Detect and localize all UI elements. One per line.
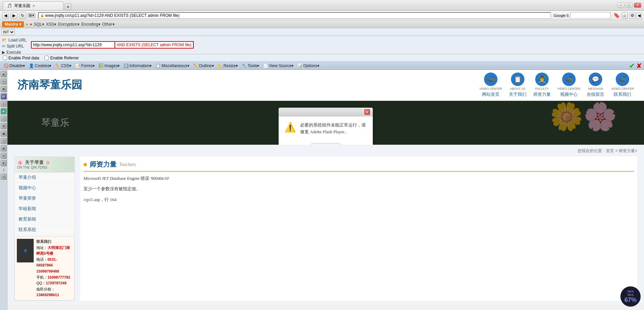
sidebar-icon-9[interactable]: ◉ <box>1 131 7 137</box>
addon-btn2[interactable]: ◀ <box>636 12 642 19</box>
dialog-close-btn[interactable]: ✕ <box>364 109 370 115</box>
sidebar-icon-6[interactable]: ● <box>1 108 7 114</box>
outline-icon: ✏️ <box>193 63 198 68</box>
enable-post-label[interactable]: Enable Post data <box>3 56 39 60</box>
sidebar-nav-edu-news[interactable]: 教育新闻 <box>14 214 74 225</box>
webdev-disable[interactable]: 🚫 Disable▾ <box>2 63 27 69</box>
sidebar-icon-12[interactable]: ✏ <box>1 153 7 159</box>
view-source-icon: 📄 <box>263 63 268 68</box>
tools-icon: 🔧 <box>242 63 247 68</box>
forward-btn[interactable]: ▶ <box>10 12 18 19</box>
mantra-other[interactable]: Other▾ <box>102 22 115 27</box>
reload-btn[interactable]: ↻ <box>19 12 26 19</box>
webdev-tools[interactable]: 🔧 Tools▾ <box>240 63 261 69</box>
sidebar-nav-contact[interactable]: 联系系统 <box>14 225 74 235</box>
sidebar-title: 关于琴童 <box>25 160 44 166</box>
nav-message-icon: 💬 <box>589 73 602 86</box>
close-btn[interactable]: ✕ <box>634 3 641 8</box>
sidebar-nav-intro[interactable]: 琴童介绍 <box>14 172 74 183</box>
webdev-resize[interactable]: 📐 Resize▾ <box>216 63 240 69</box>
tab-close-btn[interactable]: ✕ <box>32 4 35 8</box>
enable-referrer-checkbox[interactable] <box>44 56 49 60</box>
disable-icon: 🚫 <box>4 63 9 68</box>
back-btn[interactable]: ◀ <box>2 12 9 19</box>
maximize-btn[interactable]: □ <box>626 3 633 8</box>
bookmark-icons[interactable]: 🔖 <box>613 12 620 19</box>
nav-home-icon: 📹 <box>484 73 497 86</box>
nav-item-faculty[interactable]: 👨‍🏫 FACULTY 师资力量 <box>533 73 551 97</box>
main-layout: ▲ + ■ W i ● 🔗 ⚙ ◉ ☆ ◈ ✏ ▼ ◁ 济南琴童乐园 📹 <box>0 70 644 310</box>
sidebar-nav-header: 🌸 关于琴童 ✿ ON THE QIN TONG <box>14 157 74 172</box>
webdev-misc[interactable]: 📋 Miscellaneous▾ <box>154 63 191 69</box>
repair-btn[interactable]: 立即修复 <box>310 143 342 145</box>
enable-post-checkbox[interactable] <box>3 56 7 60</box>
misc-icon: 📋 <box>156 63 161 68</box>
sidebar-icon-5[interactable]: i <box>1 101 7 107</box>
sidebar-divider <box>3 168 4 172</box>
images-icon: 🖼️ <box>99 63 104 68</box>
webdev-information[interactable]: ℹ️ Information▾ <box>122 63 153 69</box>
error-section: Microsoft JET Database Engine 错误 '80040e… <box>84 174 634 203</box>
network-monitor: 0K/s 0K/s 67% <box>620 286 641 307</box>
resize-icon: 📐 <box>218 63 223 68</box>
sidebar-icon-7[interactable]: 🔗 <box>1 116 7 122</box>
webdev-css[interactable]: ✏️ CSS▾ <box>54 63 73 69</box>
new-tab-btn[interactable]: + <box>65 3 71 10</box>
nav-faculty-icon: 👨‍🏫 <box>535 73 549 86</box>
address-bar[interactable]: www.jnqtly.cn/cp11.asp?id=1129 AND EXIST… <box>45 13 549 18</box>
nav-item-home[interactable]: 📹 VIDEO CENTER 网站首页 <box>479 73 502 97</box>
sidebar-icon-8[interactable]: ⚙ <box>1 123 7 129</box>
sidebar-icon-3[interactable]: ■ <box>1 86 7 92</box>
webdev-toolbar: 🚫 Disable▾ 👤 Cookies▾ ✏️ CSS▾ 📝 Forms▾ 🖼… <box>0 62 644 70</box>
home-btn[interactable]: ⌂ <box>621 12 628 19</box>
forms-icon: 📝 <box>75 63 80 68</box>
google-label: Google <box>554 13 566 18</box>
nav-item-video[interactable]: 📹 VIDEO CENTER 视频中心 <box>557 73 580 97</box>
load-url-btn[interactable]: 📂 Load URL <box>1 37 29 43</box>
webdev-outline[interactable]: ✏️ Outline▾ <box>192 63 216 69</box>
check-ok-icon[interactable]: ✔ <box>629 62 635 70</box>
sidebar-icon-13[interactable]: ▼ <box>1 160 7 166</box>
mantra-sql[interactable]: SQL▾ <box>34 22 44 27</box>
split-url-btn[interactable]: ✂ Split URL <box>1 43 29 49</box>
execute-btn[interactable]: ▶ Execute <box>1 49 29 55</box>
mantra-dropdown-btn[interactable]: Mantra ▾ <box>2 21 24 27</box>
webdev-view-source[interactable]: 📄 View Source▾ <box>261 63 295 69</box>
sidebar-icon-4[interactable]: W <box>1 93 7 100</box>
nav-item-message[interactable]: 💬 MESSAGE 在线留言 <box>587 73 604 97</box>
sidebar-icon-11[interactable]: ◈ <box>1 145 7 151</box>
contact-address: 地址：大明湖北门湖畔苑5号楼 <box>36 245 72 257</box>
sidebar-nav-video[interactable]: 视频中心 <box>14 183 74 193</box>
site-logo: 济南琴童乐园 <box>18 78 82 92</box>
browser-tab[interactable]: 🎵 琴童乐园 ✕ <box>3 1 63 10</box>
addon-btn1[interactable]: ⚙ <box>629 12 635 19</box>
sidebar-icon-1[interactable]: ▲ <box>1 71 7 77</box>
nav-item-about[interactable]: 📋 ABOUT US 关于我们 <box>509 73 526 97</box>
webdev-images[interactable]: 🖼️ Images▾ <box>97 63 121 69</box>
checkbox-bar: Enable Post data Enable Referrer <box>0 54 644 62</box>
sidebar-icon-2[interactable]: + <box>1 79 7 85</box>
url-part1-input[interactable] <box>31 41 115 49</box>
int-selector[interactable]: INT <box>1 29 15 35</box>
mantra-encoding[interactable]: Encoding▾ <box>82 22 100 27</box>
enable-referrer-label[interactable]: Enable Referrer <box>44 56 79 60</box>
dialog-body: ⚠️ 必要的系统组件未能正常运行，请修复 Adobe Flash Player。 <box>279 116 373 140</box>
webdev-options[interactable]: 📊 Options▾ <box>296 63 321 69</box>
int-toolbar: INT <box>0 28 644 36</box>
webdev-forms[interactable]: 📝 Forms▾ <box>74 63 96 69</box>
sidebar-icon-10[interactable]: ☆ <box>1 138 7 144</box>
flash-dialog-overlay: ✕ ⚠️ 必要的系统组件未能正常运行，请修复 Adobe Flash Playe… <box>7 101 644 145</box>
sidebar-nav-news[interactable]: 学校新闻 <box>14 204 74 214</box>
check-x-icon[interactable]: ✘ <box>636 62 642 70</box>
minimize-btn[interactable]: ─ <box>617 3 624 8</box>
sidebar-icon-14[interactable]: ◁ <box>1 174 7 180</box>
nav-about-icon: 📋 <box>511 73 524 86</box>
sidebar-nav-honor[interactable]: 琴童荣誉 <box>14 193 74 204</box>
mantra-xss[interactable]: XSS▾ <box>46 22 56 27</box>
webdev-cookies[interactable]: 👤 Cookies▾ <box>27 63 53 69</box>
nav-item-contact[interactable]: 📹 VIDEO CENTER 联系我们 <box>611 73 634 97</box>
mantra-encryption[interactable]: Encryption▾ <box>58 22 79 27</box>
site-nav: 📹 VIDEO CENTER 网站首页 📋 ABOUT US 关于我们 👨‍🏫 … <box>479 73 634 97</box>
search-input[interactable] <box>570 12 611 19</box>
dropdown-arrow[interactable]: ▾ <box>32 13 34 17</box>
